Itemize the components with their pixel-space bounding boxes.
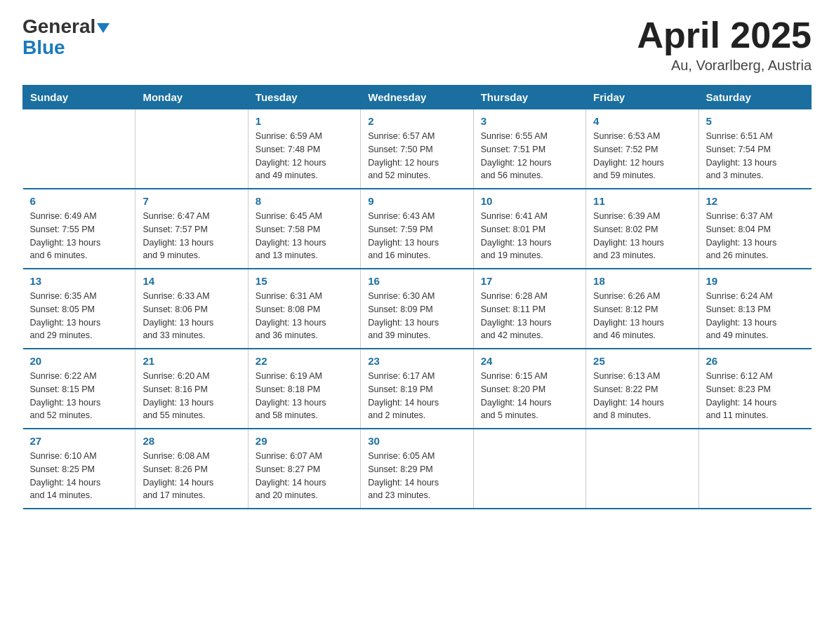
day-number: 29 xyxy=(256,435,353,447)
calendar-cell xyxy=(473,429,585,509)
calendar-cell xyxy=(699,429,811,509)
calendar-table: SundayMondayTuesdayWednesdayThursdayFrid… xyxy=(22,85,812,509)
day-number: 14 xyxy=(143,275,240,287)
day-number: 24 xyxy=(481,355,578,367)
day-info: Sunrise: 6:20 AM Sunset: 8:16 PM Dayligh… xyxy=(143,370,240,422)
header-cell-monday: Monday xyxy=(135,86,248,109)
day-info: Sunrise: 6:15 AM Sunset: 8:20 PM Dayligh… xyxy=(481,370,578,422)
day-info: Sunrise: 6:33 AM Sunset: 8:06 PM Dayligh… xyxy=(143,290,240,342)
title-section: April 2025 Au, Vorarlberg, Austria xyxy=(637,17,812,74)
day-number: 13 xyxy=(30,275,128,287)
day-info: Sunrise: 6:37 AM Sunset: 8:04 PM Dayligh… xyxy=(706,210,805,262)
calendar-cell: 29Sunrise: 6:07 AM Sunset: 8:27 PM Dayli… xyxy=(248,429,360,509)
calendar-cell: 24Sunrise: 6:15 AM Sunset: 8:20 PM Dayli… xyxy=(473,349,585,429)
logo-blue: Blue xyxy=(22,36,65,58)
day-number: 27 xyxy=(30,435,128,447)
calendar-cell: 14Sunrise: 6:33 AM Sunset: 8:06 PM Dayli… xyxy=(135,269,248,349)
month-title: April 2025 xyxy=(637,17,812,53)
day-info: Sunrise: 6:41 AM Sunset: 8:01 PM Dayligh… xyxy=(481,210,578,262)
calendar-header: SundayMondayTuesdayWednesdayThursdayFrid… xyxy=(23,86,812,109)
day-number: 22 xyxy=(256,355,353,367)
calendar-cell: 16Sunrise: 6:30 AM Sunset: 8:09 PM Dayli… xyxy=(361,269,473,349)
day-info: Sunrise: 6:35 AM Sunset: 8:05 PM Dayligh… xyxy=(30,290,128,342)
header-cell-friday: Friday xyxy=(586,86,699,109)
day-info: Sunrise: 6:28 AM Sunset: 8:11 PM Dayligh… xyxy=(481,290,578,342)
day-number: 3 xyxy=(481,115,578,127)
week-row-4: 20Sunrise: 6:22 AM Sunset: 8:15 PM Dayli… xyxy=(23,349,812,429)
header-cell-wednesday: Wednesday xyxy=(361,86,473,109)
day-number: 11 xyxy=(593,195,691,207)
day-number: 21 xyxy=(143,355,240,367)
day-info: Sunrise: 6:17 AM Sunset: 8:19 PM Dayligh… xyxy=(368,370,465,422)
calendar-cell: 17Sunrise: 6:28 AM Sunset: 8:11 PM Dayli… xyxy=(473,269,585,349)
day-number: 1 xyxy=(256,115,353,127)
day-number: 12 xyxy=(706,195,805,207)
calendar-cell xyxy=(586,429,699,509)
week-row-2: 6Sunrise: 6:49 AM Sunset: 7:55 PM Daylig… xyxy=(23,189,812,269)
day-info: Sunrise: 6:13 AM Sunset: 8:22 PM Dayligh… xyxy=(593,370,691,422)
day-number: 19 xyxy=(706,275,805,287)
calendar-cell: 27Sunrise: 6:10 AM Sunset: 8:25 PM Dayli… xyxy=(23,429,135,509)
day-number: 25 xyxy=(593,355,691,367)
day-info: Sunrise: 6:30 AM Sunset: 8:09 PM Dayligh… xyxy=(368,290,465,342)
week-row-1: 1Sunrise: 6:59 AM Sunset: 7:48 PM Daylig… xyxy=(23,109,812,189)
calendar-cell: 13Sunrise: 6:35 AM Sunset: 8:05 PM Dayli… xyxy=(23,269,135,349)
day-number: 10 xyxy=(481,195,578,207)
logo: General Blue xyxy=(22,17,110,59)
calendar-cell: 28Sunrise: 6:08 AM Sunset: 8:26 PM Dayli… xyxy=(135,429,248,509)
day-info: Sunrise: 6:31 AM Sunset: 8:08 PM Dayligh… xyxy=(256,290,353,342)
day-number: 17 xyxy=(481,275,578,287)
calendar-cell: 19Sunrise: 6:24 AM Sunset: 8:13 PM Dayli… xyxy=(699,269,811,349)
day-info: Sunrise: 6:51 AM Sunset: 7:54 PM Dayligh… xyxy=(706,130,805,182)
day-number: 15 xyxy=(256,275,353,287)
day-info: Sunrise: 6:05 AM Sunset: 8:29 PM Dayligh… xyxy=(368,450,465,502)
day-info: Sunrise: 6:22 AM Sunset: 8:15 PM Dayligh… xyxy=(30,370,128,422)
calendar-cell xyxy=(23,109,135,189)
calendar-cell: 9Sunrise: 6:43 AM Sunset: 7:59 PM Daylig… xyxy=(361,189,473,269)
day-number: 2 xyxy=(368,115,465,127)
day-number: 6 xyxy=(30,195,128,207)
calendar-cell: 21Sunrise: 6:20 AM Sunset: 8:16 PM Dayli… xyxy=(135,349,248,429)
calendar-cell: 20Sunrise: 6:22 AM Sunset: 8:15 PM Dayli… xyxy=(23,349,135,429)
day-info: Sunrise: 6:45 AM Sunset: 7:58 PM Dayligh… xyxy=(256,210,353,262)
calendar-cell: 2Sunrise: 6:57 AM Sunset: 7:50 PM Daylig… xyxy=(361,109,473,189)
day-info: Sunrise: 6:10 AM Sunset: 8:25 PM Dayligh… xyxy=(30,450,128,502)
day-number: 5 xyxy=(706,115,805,127)
day-number: 4 xyxy=(593,115,691,127)
day-info: Sunrise: 6:24 AM Sunset: 8:13 PM Dayligh… xyxy=(706,290,805,342)
calendar-cell: 3Sunrise: 6:55 AM Sunset: 7:51 PM Daylig… xyxy=(473,109,585,189)
day-number: 28 xyxy=(143,435,240,447)
header-cell-sunday: Sunday xyxy=(23,86,135,109)
page-header: General Blue April 2025 Au, Vorarlberg, … xyxy=(22,17,812,74)
calendar-cell: 8Sunrise: 6:45 AM Sunset: 7:58 PM Daylig… xyxy=(248,189,360,269)
day-number: 9 xyxy=(368,195,465,207)
calendar-cell: 1Sunrise: 6:59 AM Sunset: 7:48 PM Daylig… xyxy=(248,109,360,189)
week-row-3: 13Sunrise: 6:35 AM Sunset: 8:05 PM Dayli… xyxy=(23,269,812,349)
day-number: 23 xyxy=(368,355,465,367)
calendar-cell: 7Sunrise: 6:47 AM Sunset: 7:57 PM Daylig… xyxy=(135,189,248,269)
day-info: Sunrise: 6:26 AM Sunset: 8:12 PM Dayligh… xyxy=(593,290,691,342)
calendar-cell: 30Sunrise: 6:05 AM Sunset: 8:29 PM Dayli… xyxy=(361,429,473,509)
calendar-cell: 22Sunrise: 6:19 AM Sunset: 8:18 PM Dayli… xyxy=(248,349,360,429)
day-info: Sunrise: 6:49 AM Sunset: 7:55 PM Dayligh… xyxy=(30,210,128,262)
day-info: Sunrise: 6:07 AM Sunset: 8:27 PM Dayligh… xyxy=(256,450,353,502)
calendar-cell: 23Sunrise: 6:17 AM Sunset: 8:19 PM Dayli… xyxy=(361,349,473,429)
day-number: 30 xyxy=(368,435,465,447)
day-number: 20 xyxy=(30,355,128,367)
day-info: Sunrise: 6:57 AM Sunset: 7:50 PM Dayligh… xyxy=(368,130,465,182)
calendar-cell xyxy=(135,109,248,189)
location-title: Au, Vorarlberg, Austria xyxy=(637,58,812,74)
day-info: Sunrise: 6:53 AM Sunset: 7:52 PM Dayligh… xyxy=(593,130,691,182)
day-info: Sunrise: 6:39 AM Sunset: 8:02 PM Dayligh… xyxy=(593,210,691,262)
logo-general: General xyxy=(22,17,95,36)
calendar-cell: 12Sunrise: 6:37 AM Sunset: 8:04 PM Dayli… xyxy=(699,189,811,269)
calendar-cell: 18Sunrise: 6:26 AM Sunset: 8:12 PM Dayli… xyxy=(586,269,699,349)
header-cell-tuesday: Tuesday xyxy=(248,86,360,109)
day-info: Sunrise: 6:47 AM Sunset: 7:57 PM Dayligh… xyxy=(143,210,240,262)
calendar-body: 1Sunrise: 6:59 AM Sunset: 7:48 PM Daylig… xyxy=(23,109,812,509)
day-number: 26 xyxy=(706,355,805,367)
calendar-cell: 4Sunrise: 6:53 AM Sunset: 7:52 PM Daylig… xyxy=(586,109,699,189)
day-info: Sunrise: 6:59 AM Sunset: 7:48 PM Dayligh… xyxy=(256,130,353,182)
day-number: 8 xyxy=(256,195,353,207)
header-cell-saturday: Saturday xyxy=(699,86,811,109)
